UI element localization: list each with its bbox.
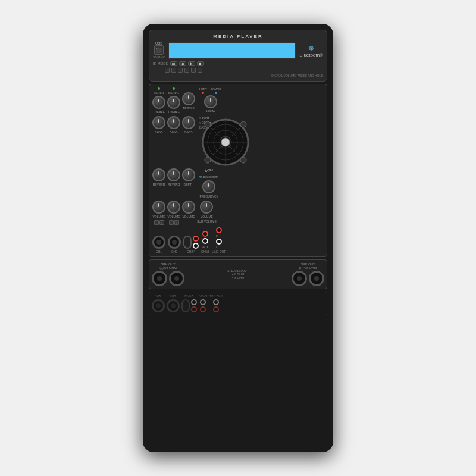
depth-label: DEPTH: [184, 183, 194, 186]
stop-btn[interactable]: ⏹: [197, 61, 204, 66]
ch34-rca-l: [193, 243, 199, 249]
mode-btn-3[interactable]: [178, 68, 183, 73]
ch2-bass-strip: BASS: [167, 116, 180, 166]
spk-left-xlr2: [169, 271, 184, 286]
ch1-connector-col: CH1: [152, 236, 165, 253]
ch56-connector-col: AUX CH5/6: [201, 231, 209, 253]
spk-left-xlr: [152, 271, 167, 286]
aux-label: AUX: [202, 245, 208, 249]
ch1-bass-label: BASS: [155, 130, 162, 134]
reverb1-label: REVERB: [153, 183, 165, 186]
array-label: ARRAY: [205, 109, 215, 113]
power-label: POWER: [211, 87, 222, 91]
ch1-vol-strip: VOLUME ♪ ♪: [152, 201, 165, 225]
media-player-section: MEDIA PLAYER USB ⬛ SD/MMC ⎈ Bluetooth® I…: [149, 30, 327, 82]
ch34-vol-label: VOLUME: [182, 215, 195, 218]
ch3-treble-label: TREBLE: [183, 107, 194, 110]
depth-strip: DEPTH: [182, 168, 195, 198]
main-mixer-section: SIGNAL TREBLE SIGNAL TREBLE TREBLE: [149, 84, 327, 257]
mode-buttons: [153, 68, 323, 73]
array-knob[interactable]: [204, 95, 217, 108]
limit-led: [202, 92, 204, 94]
lineout-rca-r: [216, 227, 222, 233]
reverb2-strip: REVERB: [167, 168, 180, 198]
svg-point-9: [205, 121, 211, 127]
mp3-label: MP³: [205, 168, 213, 173]
frequency-knob[interactable]: [202, 180, 215, 193]
limit-label: LIMIT: [199, 87, 207, 91]
ch34-vol-strip: VOLUME: [182, 201, 195, 225]
ch1-bass-knob[interactable]: [152, 116, 165, 129]
mode-btn-5[interactable]: [191, 68, 196, 73]
bluetooth-icon: ⎈: [309, 43, 314, 52]
svg-point-8: [221, 138, 230, 146]
reflection-section: ЈНƆ ЅНƆ Ɛ/ΛНƆ: [149, 292, 327, 315]
ch56-vol-label: VOLUME: [201, 215, 213, 218]
ch56-rca-r: [202, 231, 208, 237]
mode-btn-6[interactable]: [198, 68, 202, 73]
ch34-ts1: [183, 236, 192, 249]
mode-btn-4[interactable]: [184, 68, 189, 73]
ch3-bass-label: BASS: [184, 130, 192, 134]
frequency-label: FREQUENCY: [199, 195, 218, 198]
media-player-title: MEDIA PLAYER: [153, 34, 323, 39]
ch1-treble-strip: SIGNAL TREBLE: [152, 87, 165, 114]
power-led: [215, 92, 217, 94]
svg-point-10: [240, 121, 246, 127]
ch3-bass-knob[interactable]: [182, 116, 195, 129]
ch56-label: CH5/6: [201, 250, 209, 253]
reverb2-knob[interactable]: [167, 168, 180, 181]
next-btn[interactable]: ⏭: [179, 61, 186, 66]
ch1-treble-label: TREBLE: [153, 110, 164, 114]
reverb1-strip: REVERB: [152, 168, 165, 198]
ch56-vol-strip: VOLUME SUB VOLUME: [197, 201, 217, 225]
svg-point-11: [205, 157, 211, 163]
mode-btn-2[interactable]: [171, 68, 176, 73]
depth-knob[interactable]: [182, 168, 195, 181]
spk-right-xlr: [292, 271, 307, 286]
spk-right-xlr2: [309, 271, 324, 286]
ch56-vol-knob[interactable]: [200, 201, 213, 214]
ch2-treble-label: TREBLE: [168, 110, 179, 114]
ch1-label: CH1: [156, 250, 162, 253]
ch2-vol-strip: VOLUME ♪ ♪: [167, 201, 180, 225]
lineout-connector-col: R L LINE OUT: [212, 227, 226, 253]
spk-right-label: SPK OUT(R)4/8 OHM: [299, 262, 317, 270]
ch1-vol-knob[interactable]: [152, 201, 165, 214]
ch34-connector-col: CH3/4: [183, 236, 199, 253]
ch1-vol-label: VOLUME: [152, 215, 165, 218]
spk-out-section: SPK OUT(L)4/8 OHM SPEAKER OUT4-8 OHM4-8 …: [149, 259, 327, 289]
ch56-rca-l: [202, 238, 208, 244]
ch1-treble-knob[interactable]: [152, 96, 165, 109]
ch2-treble-knob[interactable]: [167, 96, 180, 109]
play-btn[interactable]: ⏵: [188, 61, 195, 66]
sub-vol-label: SUB VOLUME: [197, 220, 217, 223]
ch2-bass-label: BASS: [170, 130, 177, 134]
ch2-bass-knob[interactable]: [167, 116, 180, 129]
ch34-vol-knob[interactable]: [182, 201, 195, 214]
ch1-xlr: [152, 236, 165, 249]
ch2-connector-col: CH2: [168, 236, 181, 253]
ch2-vol-knob[interactable]: [167, 201, 180, 214]
ch34-rca-r: [193, 236, 199, 242]
ch2-label: CH2: [171, 250, 177, 253]
ch2-signal-label: SIGNAL: [168, 91, 179, 95]
ch3-treble-strip: TREBLE: [182, 87, 195, 114]
bluetooth-label: Bluetooth®: [299, 52, 323, 58]
ch1-bass-strip: BASS: [152, 116, 165, 166]
ch3-treble-knob[interactable]: [182, 92, 195, 105]
spk-left-label: SPK OUT(L)4/8 OHM: [159, 262, 177, 270]
lcd-display: [168, 42, 296, 59]
mode-btn-1[interactable]: [165, 68, 170, 73]
ch2-vol-label: VOLUME: [167, 215, 180, 218]
ir-controls: IR MODE ⏮ ⏭ ⏵ ⏹: [153, 61, 323, 66]
cooling-fan: [202, 118, 249, 166]
ch1-signal-led: [158, 87, 160, 90]
ir-label: IR MODE: [153, 62, 168, 65]
svg-point-12: [240, 157, 246, 163]
ch34-label: CH3/4: [187, 250, 195, 253]
prev-btn[interactable]: ⏮: [170, 61, 177, 66]
mixer-device: MEDIA PLAYER USB ⬛ SD/MMC ⎈ Bluetooth® I…: [143, 24, 333, 452]
reverb1-knob[interactable]: [152, 168, 165, 181]
ch2-xlr: [168, 236, 181, 249]
